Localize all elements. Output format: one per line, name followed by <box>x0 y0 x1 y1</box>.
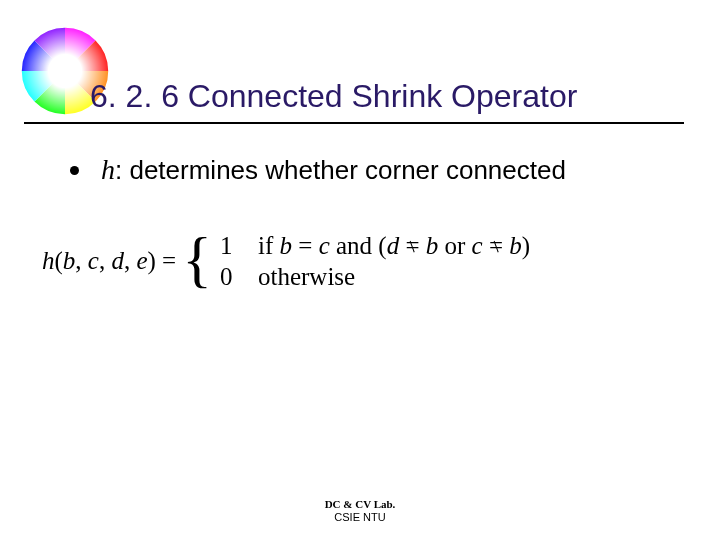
case1-c2: c <box>472 232 483 259</box>
bullet-text: h: determines whether corner connected <box>101 154 566 186</box>
brace-icon: { <box>182 228 212 290</box>
bullet-item: h: determines whether corner connected <box>70 154 566 186</box>
case1-d: d <box>387 232 400 259</box>
case1-c: c <box>319 232 330 259</box>
neq-icon: = <box>489 230 503 261</box>
formula-case-2: 0 otherwise <box>220 261 530 292</box>
case2-condition: otherwise <box>258 261 355 292</box>
slide-footer: DC & CV Lab. CSIE NTU <box>0 498 720 524</box>
case1-and: and ( <box>330 232 387 259</box>
footer-lab: DC & CV Lab. <box>325 498 396 510</box>
title-underline <box>24 122 684 124</box>
formula-case-1: 1 if b = c and (d = b or c = b) <box>220 230 530 261</box>
case1-close: ) <box>522 232 530 259</box>
case1-b: b <box>280 232 293 259</box>
case1-or: or <box>438 232 471 259</box>
case1-b3: b <box>503 232 522 259</box>
formula-args-open: ( <box>55 247 63 274</box>
formula-lhs: h(b, c, d, e) = <box>42 247 176 275</box>
case2-value: 0 <box>220 261 258 292</box>
case1-b2: b <box>420 232 439 259</box>
case1-eq: = <box>292 232 319 259</box>
bullet-desc: : determines whether corner connected <box>115 155 566 185</box>
footer-org: CSIE NTU <box>334 511 385 523</box>
formula: h(b, c, d, e) = { 1 if b = c and (d = b … <box>42 230 530 293</box>
neq-icon: = <box>405 230 419 261</box>
formula-cases: 1 if b = c and (d = b or c = b) 0 otherw… <box>220 230 530 293</box>
formula-h: h <box>42 247 55 274</box>
case1-if: if <box>258 232 280 259</box>
case1-value: 1 <box>220 230 258 261</box>
bullet-dot-icon <box>70 166 79 175</box>
case1-condition: if b = c and (d = b or c = b) <box>258 230 530 261</box>
bullet-symbol: h <box>101 154 115 185</box>
slide-title: 6. 2. 6 Connected Shrink Operator <box>90 78 577 115</box>
